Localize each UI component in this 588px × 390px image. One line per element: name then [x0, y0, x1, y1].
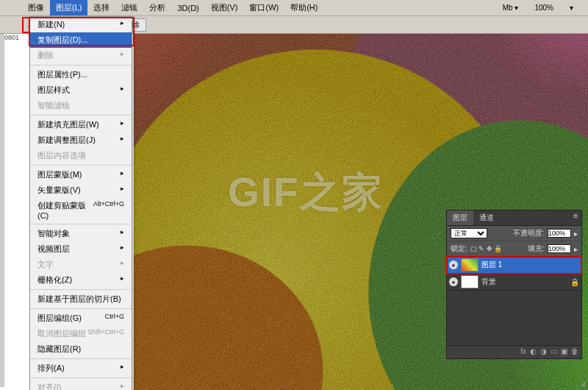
zoom-display[interactable]: 100% — [528, 1, 559, 14]
menu-item[interactable]: 复制图层(D)... — [30, 32, 132, 48]
fill-label: 填充: — [528, 244, 545, 254]
menu-select[interactable]: 选择 — [87, 0, 115, 15]
menu-item[interactable]: 新建(N) — [30, 17, 132, 32]
menubar: 图像 图层(L) 选择 滤镜 分析 3D(D) 视图(V) 窗口(W) 帮助(H… — [0, 0, 588, 16]
adjustment-icon[interactable]: ◑ — [540, 347, 547, 357]
menu-item[interactable]: 栅格化(Z) — [30, 272, 132, 288]
lock-icon: 🔒 — [570, 278, 579, 286]
menu-image[interactable]: 图像 — [22, 0, 50, 15]
menu-analysis[interactable]: 分析 — [143, 0, 171, 15]
resize-grip-icon[interactable]: ◢ — [580, 380, 585, 387]
fx-icon[interactable]: fx — [520, 347, 526, 357]
menubar-icon[interactable]: Mb ▾ — [497, 1, 525, 14]
fill-input[interactable] — [548, 244, 571, 253]
layer-name[interactable]: 图层 1 — [481, 260, 502, 270]
layer-row[interactable]: ● 背景 🔒 — [447, 274, 581, 291]
new-layer-icon[interactable]: ▣ — [561, 347, 567, 357]
ruler-left — [0, 34, 4, 387]
layer-row[interactable]: ● 图层 1 — [447, 257, 581, 274]
layers-panel: 图层 通道 ≡ 正常 不透明度: ▸ 锁定: ▢ ✎ ✥ 🔒 填充: ▸ ● 图… — [446, 210, 582, 359]
visibility-icon[interactable]: ● — [449, 277, 458, 286]
menu-item: 对齐(I) — [30, 380, 132, 390]
menu-item[interactable]: 图层编组(G)Ctrl+G — [30, 311, 132, 326]
menu-item[interactable]: 排列(A) — [30, 361, 132, 376]
menu-item: 取消图层编组Shift+Ctrl+G — [30, 326, 132, 341]
tab-layers[interactable]: 图层 — [447, 210, 473, 225]
menu-item[interactable]: 智能对象 — [30, 226, 132, 241]
menu-item: 智能滤镜 — [30, 98, 132, 113]
menubar-more-icon[interactable]: ▾ — [564, 1, 579, 14]
opacity-input[interactable] — [548, 229, 571, 238]
coord-readout: 0801 — [4, 34, 19, 41]
opacity-label: 不透明度: — [513, 228, 545, 238]
menu-item[interactable]: 图层属性(P)... — [30, 67, 132, 82]
menu-item[interactable]: 创建剪贴蒙版(C)Alt+Ctrl+G — [30, 198, 132, 222]
menu-help[interactable]: 帮助(H) — [284, 0, 323, 15]
folder-icon[interactable]: ▭ — [551, 347, 557, 357]
menu-layer[interactable]: 图层(L) — [50, 0, 87, 15]
trash-icon[interactable]: 🗑 — [571, 347, 578, 357]
menu-item[interactable]: 新建调整图层(J) — [30, 132, 132, 148]
menu-item[interactable]: 矢量蒙版(V) — [30, 182, 132, 198]
menu-view[interactable]: 视图(V) — [205, 0, 244, 15]
layer-list: ● 图层 1 ● 背景 🔒 — [447, 257, 581, 345]
menu-item[interactable]: 视频图层 — [30, 241, 132, 257]
lock-icons[interactable]: ▢ ✎ ✥ 🔒 — [470, 245, 503, 252]
menu-item[interactable]: 图层蒙版(M) — [30, 167, 132, 182]
menu-window[interactable]: 窗口(W) — [243, 0, 284, 15]
visibility-icon[interactable]: ● — [449, 260, 458, 269]
layer-thumbnail[interactable] — [461, 275, 478, 288]
menu-item[interactable]: 图层样式 — [30, 82, 132, 98]
layer-thumbnail[interactable] — [461, 258, 478, 272]
menu-item[interactable]: 新建基于图层的切片(B) — [30, 291, 132, 307]
layer-menu-dropdown: 新建(N)复制图层(D)...删除图层属性(P)...图层样式智能滤镜新建填充图… — [29, 16, 132, 390]
menu-3d[interactable]: 3D(D) — [171, 1, 204, 15]
panel-footer: fx ◐ ◑ ▭ ▣ 🗑 — [447, 345, 581, 358]
menu-item: 图层内容选项 — [30, 148, 132, 163]
fill-arrow-icon[interactable]: ▸ — [574, 245, 578, 253]
menu-item[interactable]: 隐藏图层(R) — [30, 341, 132, 357]
mask-icon[interactable]: ◐ — [530, 347, 537, 357]
menu-filter[interactable]: 滤镜 — [115, 0, 143, 15]
blend-mode-select[interactable]: 正常 — [451, 228, 487, 238]
layer-name[interactable]: 背景 — [481, 277, 496, 287]
opacity-arrow-icon[interactable]: ▸ — [574, 230, 578, 238]
menu-item[interactable]: 新建填充图层(W) — [30, 117, 132, 132]
menu-item: 删除 — [30, 48, 132, 63]
panel-menu-icon[interactable]: ≡ — [570, 210, 581, 225]
lock-label: 锁定: — [451, 244, 467, 254]
tab-channels[interactable]: 通道 — [473, 210, 500, 225]
menu-item: 文字 — [30, 257, 132, 272]
